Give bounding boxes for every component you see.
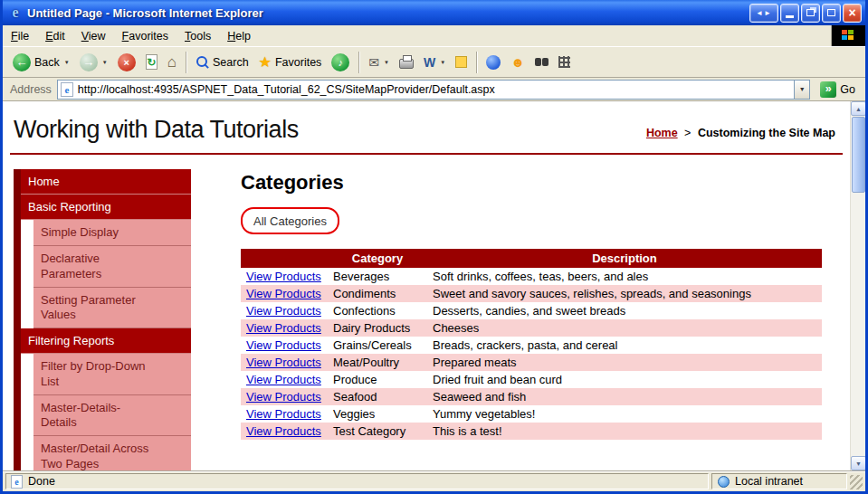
categories-table-body: View ProductsBeveragesSoft drinks, coffe…: [241, 268, 822, 440]
messenger-icon: [486, 55, 501, 70]
category-cell: Produce: [328, 371, 427, 388]
search-label: Search: [213, 56, 249, 69]
address-url[interactable]: http://localhost:4935/ASPNET_Data_Tutori…: [78, 83, 794, 96]
address-input[interactable]: e http://localhost:4935/ASPNET_Data_Tuto…: [57, 80, 810, 100]
quick-links-button[interactable]: [554, 53, 575, 71]
toolbar-separator: [186, 52, 186, 73]
description-cell: Cheeses: [427, 319, 822, 337]
mail-dropdown-arrow[interactable]: ▼: [384, 60, 389, 65]
media-button[interactable]: ♪: [327, 51, 354, 74]
back-dropdown-arrow[interactable]: ▼: [64, 60, 70, 65]
sidebar-item-filtering-reports[interactable]: Filtering Reports: [21, 328, 191, 354]
sidebar-item-basic-reporting[interactable]: Basic Reporting: [21, 195, 191, 220]
edit-dropdown-arrow[interactable]: ▼: [440, 60, 445, 65]
description-cell: Desserts, candies, and sweet breads: [427, 302, 822, 319]
sidebar-item-simple-display[interactable]: Simple Display: [33, 220, 191, 246]
view-products-link[interactable]: View Products: [246, 304, 321, 318]
breadcrumb: Home > Customizing the Site Map: [646, 127, 835, 139]
sidebar-item-home[interactable]: Home: [21, 169, 191, 195]
maximize-button[interactable]: [822, 4, 841, 23]
description-cell: Yummy vegetables!: [427, 405, 822, 423]
category-cell: Meat/Poultry: [328, 354, 427, 371]
view-products-link[interactable]: View Products: [246, 407, 321, 421]
back-button[interactable]: ← Back ▼: [8, 51, 74, 74]
minimize-button[interactable]: [780, 4, 799, 23]
edit-with-word-button[interactable]: W ▼: [419, 52, 450, 72]
sidebar-item-master-details-details[interactable]: Master-Details-Details: [33, 395, 191, 437]
address-dropdown-button[interactable]: ▼: [794, 81, 809, 99]
toolbar-separator: [476, 52, 477, 73]
table-row: View ProductsConfectionsDesserts, candie…: [241, 302, 822, 319]
vertical-scrollbar[interactable]: ▲ ▼: [850, 101, 865, 470]
scrollbar-thumb[interactable]: [852, 117, 865, 193]
menu-tools[interactable]: Tools: [176, 27, 219, 45]
menu-view[interactable]: View: [73, 27, 114, 45]
category-cell: Grains/Cereals: [328, 337, 427, 354]
search-button[interactable]: Search: [191, 52, 253, 71]
all-categories-button[interactable]: All Categories: [253, 214, 327, 228]
breadcrumb-current: Customizing the Site Map: [698, 127, 835, 139]
back-label: Back: [34, 56, 60, 69]
view-products-link[interactable]: View Products: [246, 356, 321, 369]
toolbar: ← Back ▼ → ▼ × ↻ ⌂ Search ★ Favorites ♪: [3, 46, 865, 78]
address-bar: Address e http://localhost:4935/ASPNET_D…: [3, 78, 865, 101]
menu-file[interactable]: File: [3, 27, 37, 45]
research-button[interactable]: [530, 55, 553, 69]
titlebar-nav-arrows-button[interactable]: ◄►: [749, 4, 778, 23]
sidebar-item-filter-by-drop-down-list[interactable]: Filter by Drop-Down List: [33, 354, 191, 395]
sidebar-item-setting-parameter-values[interactable]: Setting Parameter Values: [33, 288, 191, 329]
contacts-button[interactable]: ☻: [506, 52, 529, 71]
home-button[interactable]: ⌂: [163, 52, 181, 72]
view-products-link[interactable]: View Products: [246, 287, 321, 300]
view-products-link[interactable]: View Products: [246, 373, 321, 386]
column-header: [241, 249, 328, 268]
close-button[interactable]: ×: [843, 4, 862, 23]
notes-button[interactable]: [451, 53, 472, 71]
view-products-link[interactable]: View Products: [246, 338, 321, 352]
go-button[interactable]: » Go: [816, 81, 860, 99]
categories-table-head-row: CategoryDescription: [241, 249, 822, 268]
table-row: View ProductsBeveragesSoft drinks, coffe…: [241, 268, 822, 285]
categories-table: CategoryDescription View ProductsBeverag…: [241, 249, 822, 440]
grid-icon: [558, 56, 570, 68]
description-cell: This is a test!: [427, 423, 822, 440]
titlebar-buttons: ◄► ×: [749, 4, 862, 23]
forward-dropdown-arrow[interactable]: ▼: [102, 60, 108, 65]
document-status-icon: e: [11, 475, 23, 489]
resize-grip[interactable]: [850, 475, 863, 489]
scroll-down-button[interactable]: ▼: [851, 456, 865, 470]
home-icon: ⌂: [167, 54, 176, 70]
favorites-button[interactable]: ★ Favorites: [254, 52, 327, 72]
menu-items: FileEditViewFavoritesToolsHelp: [3, 25, 259, 46]
sidebar-item-master-detail-across-two-pages[interactable]: Master/Detail Across Two Pages: [33, 436, 191, 470]
view-products-link[interactable]: View Products: [246, 321, 321, 335]
view-products-link[interactable]: View Products: [246, 424, 321, 438]
notes-icon: [455, 56, 467, 68]
address-label: Address: [6, 83, 52, 96]
description-cell: Soft drinks, coffees, teas, beers, and a…: [427, 268, 822, 285]
menu-edit[interactable]: Edit: [37, 27, 73, 45]
scroll-up-button[interactable]: ▲: [851, 101, 865, 116]
refresh-icon: ↻: [146, 54, 157, 70]
toolbar-separator: [358, 52, 359, 73]
description-cell: Prepared meats: [427, 354, 822, 371]
site-title: Working with Data Tutorials: [14, 116, 299, 144]
menu-help[interactable]: Help: [219, 27, 259, 45]
view-products-link[interactable]: View Products: [246, 270, 321, 283]
menu-bar: FileEditViewFavoritesToolsHelp: [3, 25, 865, 46]
stop-button[interactable]: ×: [113, 51, 140, 74]
zone-text: Local intranet: [735, 475, 803, 488]
refresh-button[interactable]: ↻: [141, 52, 162, 72]
sidebar-item-declarative-parameters[interactable]: Declarative Parameters: [33, 246, 191, 288]
restore-button[interactable]: [801, 4, 820, 23]
category-cell: Beverages: [328, 268, 427, 285]
breadcrumb-home-link[interactable]: Home: [646, 127, 678, 139]
print-button[interactable]: [395, 52, 418, 71]
messenger-button[interactable]: [482, 52, 505, 72]
view-products-link[interactable]: View Products: [246, 390, 321, 404]
mail-button[interactable]: ✉ ▼: [364, 53, 394, 71]
forward-button[interactable]: → ▼: [75, 51, 112, 74]
menu-favorites[interactable]: Favorites: [114, 27, 176, 45]
table-row: View ProductsVeggiesYummy vegetables!: [241, 405, 822, 423]
table-row: View ProductsProduceDried fruit and bean…: [241, 371, 822, 388]
